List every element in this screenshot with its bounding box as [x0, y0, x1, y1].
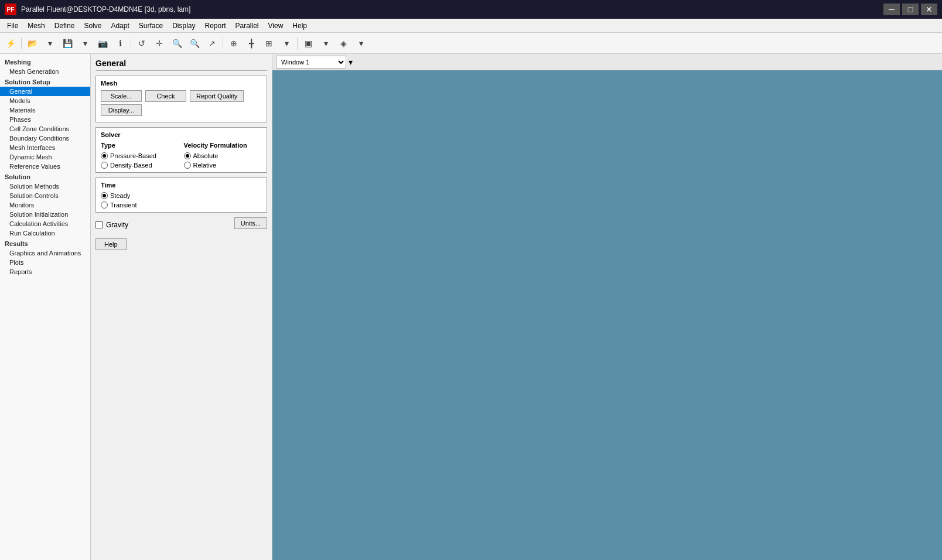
solver-group-label: Solver	[101, 131, 262, 138]
display-button[interactable]: Display...	[101, 104, 142, 116]
menu-report[interactable]: Report	[200, 21, 230, 31]
sidebar-item-materials[interactable]: Materials	[0, 105, 90, 115]
app-icon: PF	[5, 4, 16, 15]
menu-define[interactable]: Define	[50, 21, 80, 31]
viz-toolbar: Window 1 ▾	[272, 54, 942, 70]
relative-radio[interactable]: Relative	[184, 162, 262, 169]
help-button[interactable]: Help	[95, 238, 127, 250]
time-group-label: Time	[101, 182, 262, 189]
toolbar-select-btn[interactable]: ╋	[243, 36, 260, 51]
mesh-btn-row-2: Display...	[101, 104, 262, 116]
velocity-label: Velocity Formulation	[184, 142, 262, 149]
sidebar-section-solution-setup: Solution Setup	[0, 76, 90, 87]
menu-display[interactable]: Display	[168, 21, 200, 31]
window-title: Parallel Fluent@DESKTOP-D4MDN4E [3d, pbn…	[21, 5, 190, 13]
absolute-radio[interactable]: Absolute	[184, 152, 262, 159]
sidebar-item-run-calculation[interactable]: Run Calculation	[0, 228, 90, 238]
transient-label: Transient	[110, 202, 136, 209]
gravity-label: Gravity	[106, 221, 128, 229]
toolbar-dropdown-btn[interactable]: ▾	[42, 36, 58, 51]
transient-radio[interactable]: Transient	[101, 202, 262, 209]
toolbar-move-btn[interactable]: ✛	[151, 36, 168, 51]
sidebar-item-dynamic-mesh[interactable]: Dynamic Mesh	[0, 152, 90, 162]
menu-file[interactable]: File	[2, 21, 23, 31]
steady-label: Steady	[110, 192, 130, 199]
toolbar-bg-btn[interactable]: ◈	[335, 36, 351, 51]
sidebar-item-calculation-activities[interactable]: Calculation Activities	[0, 219, 90, 228]
toolbar-color-dropdown-btn[interactable]: ▾	[318, 36, 334, 51]
menu-solve[interactable]: Solve	[79, 21, 106, 31]
velocity-radio-group: Velocity Formulation Absolute Relative	[184, 142, 262, 169]
pressure-based-radio[interactable]: Pressure-Based	[101, 152, 179, 159]
time-group: Time Steady Transient	[95, 177, 267, 213]
type-label: Type	[101, 142, 179, 149]
sidebar-item-monitors[interactable]: Monitors	[0, 200, 90, 210]
units-button[interactable]: Units...	[234, 217, 267, 229]
density-based-label: Density-Based	[110, 162, 152, 169]
sidebar-item-cell-zone-conditions[interactable]: Cell Zone Conditions	[0, 124, 90, 134]
sidebar-item-solution-initialization[interactable]: Solution Initialization	[0, 210, 90, 219]
toolbar-grid-btn[interactable]: ⊞	[261, 36, 277, 51]
menu-mesh[interactable]: Mesh	[23, 21, 49, 31]
transient-indicator	[101, 202, 108, 209]
toolbar-dropdown2-btn[interactable]: ▾	[77, 36, 93, 51]
toolbar-sep-1	[21, 37, 22, 49]
maximize-button[interactable]: □	[902, 4, 919, 15]
check-button[interactable]: Check	[145, 90, 186, 102]
steady-radio[interactable]: Steady	[101, 192, 262, 199]
report-quality-button[interactable]: Report Quality	[190, 90, 244, 102]
toolbar-camera-btn[interactable]: 📷	[94, 36, 111, 51]
window-controls: ─ □ ✕	[883, 4, 937, 15]
toolbar-refresh-btn[interactable]: ↺	[134, 36, 150, 51]
window-select[interactable]: Window 1	[276, 56, 346, 69]
panel-title: General	[95, 59, 267, 71]
menu-view[interactable]: View	[264, 21, 288, 31]
toolbar-zoom-in-btn[interactable]: 🔍	[169, 36, 185, 51]
toolbar-bg-dropdown-btn[interactable]: ▾	[353, 36, 369, 51]
sidebar-item-reference-values[interactable]: Reference Values	[0, 162, 90, 171]
sidebar-item-reports[interactable]: Reports	[0, 267, 90, 276]
sidebar-item-plots[interactable]: Plots	[0, 258, 90, 267]
menu-surface[interactable]: Surface	[134, 21, 168, 31]
close-button[interactable]: ✕	[921, 4, 937, 15]
absolute-indicator	[184, 152, 191, 159]
sidebar-item-solution-controls[interactable]: Solution Controls	[0, 191, 90, 200]
toolbar-grid-dropdown-btn[interactable]: ▾	[278, 36, 295, 51]
minimize-button[interactable]: ─	[883, 4, 900, 15]
sidebar-item-mesh-interfaces[interactable]: Mesh Interfaces	[0, 143, 90, 152]
density-based-radio[interactable]: Density-Based	[101, 162, 179, 169]
sidebar-section-meshing: Meshing	[0, 56, 90, 67]
scale-button[interactable]: Scale...	[101, 90, 142, 102]
gravity-checkbox[interactable]	[95, 221, 103, 228]
solver-group: Solver Type Pressure-Based Density-Based…	[95, 127, 267, 173]
sidebar-item-graphics-animations[interactable]: Graphics and Animations	[0, 248, 90, 258]
sidebar-item-solution-methods[interactable]: Solution Methods	[0, 182, 90, 191]
sidebar-item-general[interactable]: General	[0, 87, 90, 96]
toolbar-save-btn[interactable]: 💾	[59, 36, 76, 51]
density-based-indicator	[101, 162, 108, 169]
menu-help[interactable]: Help	[288, 21, 312, 31]
content-panel: General Mesh Scale... Check Report Quali…	[91, 54, 272, 560]
toolbar-logo-btn[interactable]: ⚡	[2, 36, 19, 51]
menu-bar: File Mesh Define Solve Adapt Surface Dis…	[0, 19, 942, 33]
sidebar-item-phases[interactable]: Phases	[0, 115, 90, 124]
sidebar-section-results: Results	[0, 238, 90, 248]
pressure-based-label: Pressure-Based	[110, 152, 156, 159]
absolute-label: Absolute	[193, 152, 219, 159]
viz-viewport: ANSYS R15.0 状态显示如下时，表示获得使用权限，可正常使用	[272, 70, 942, 560]
toolbar-zoom-out-btn[interactable]: 🔍	[186, 36, 203, 51]
sidebar-item-mesh-generation[interactable]: Mesh Generation	[0, 67, 90, 76]
menu-adapt[interactable]: Adapt	[106, 21, 134, 31]
sidebar-item-models[interactable]: Models	[0, 96, 90, 105]
toolbar-sep-2	[131, 37, 131, 49]
toolbar-color-btn[interactable]: ▣	[300, 36, 316, 51]
window-dropdown-icon[interactable]: ▾	[349, 57, 353, 67]
toolbar-info-btn[interactable]: ℹ	[112, 36, 128, 51]
toolbar-open-btn[interactable]: 📂	[24, 36, 40, 51]
relative-indicator	[184, 162, 191, 169]
toolbar-zoom-fit-btn[interactable]: ⊕	[226, 36, 242, 51]
menu-parallel[interactable]: Parallel	[231, 21, 264, 31]
toolbar: ⚡ 📂 ▾ 💾 ▾ 📷 ℹ ↺ ✛ 🔍 🔍 ↗ ⊕ ╋ ⊞ ▾ ▣ ▾ ◈ ▾	[0, 33, 942, 54]
sidebar-item-boundary-conditions[interactable]: Boundary Conditions	[0, 134, 90, 143]
toolbar-pointer-btn[interactable]: ↗	[204, 36, 220, 51]
